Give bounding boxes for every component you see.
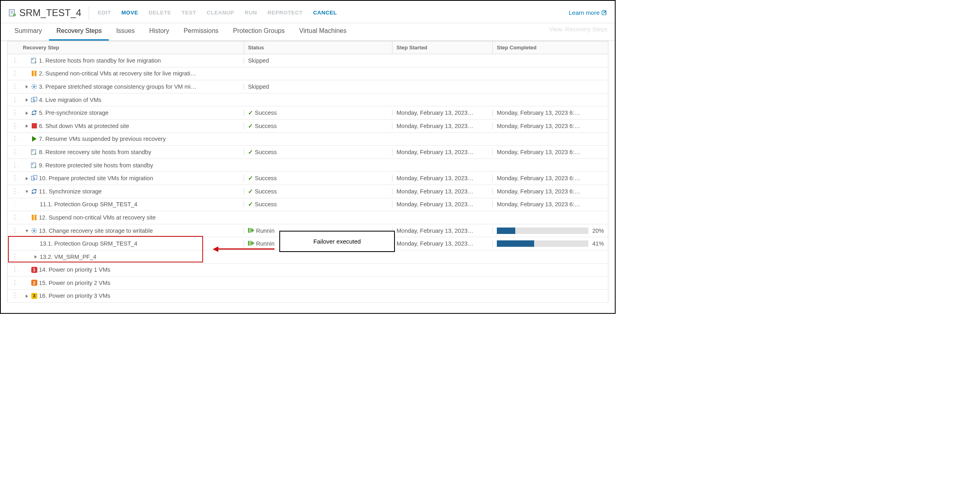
table-row[interactable]: ⋮7. Resume VMs suspended by previous rec… [8, 133, 608, 146]
col-step-started[interactable]: Step Started [392, 41, 492, 54]
completed-cell: 20% [492, 228, 608, 234]
table-row[interactable]: ⋮11.1. Protection Group SRM_TEST_4✓Succe… [8, 198, 608, 211]
stop-icon [31, 123, 37, 129]
tab-virtual-machines[interactable]: Virtual Machines [292, 23, 354, 41]
table-row[interactable]: ⋮▶316. Power on priority 3 VMs [8, 290, 608, 303]
action-cancel[interactable]: CANCEL [313, 10, 337, 16]
step-label: 10. Prepare protected site VMs for migra… [39, 175, 153, 181]
chevron-right-icon[interactable]: ▶ [25, 293, 28, 299]
completed-cell: Monday, February 13, 2023 6:… [492, 149, 608, 155]
step-label: 5. Pre-synchronize storage [39, 110, 108, 116]
table-row[interactable]: ⋮9. Restore protected site hosts from st… [8, 159, 608, 172]
table-row[interactable]: ⋮▶5. Pre-synchronize storage✓SuccessMond… [8, 106, 608, 120]
sync-icon [31, 188, 37, 195]
completed-cell: Monday, February 13, 2023 6:… [492, 123, 608, 129]
col-status[interactable]: Status [244, 41, 392, 54]
drag-handle[interactable]: ⋮ [8, 280, 19, 286]
started-cell: Monday, February 13, 2023… [392, 201, 492, 207]
action-cleanup: CLEANUP [207, 10, 234, 16]
table-row[interactable]: ⋮2. Suspend non-critical VMs at recovery… [8, 67, 608, 81]
completed-cell: Monday, February 13, 2023 6:… [492, 110, 608, 116]
chevron-right-icon[interactable]: ▶ [25, 84, 28, 89]
drag-handle[interactable]: ⋮ [8, 175, 19, 181]
status-cell: ✓Success [244, 175, 392, 181]
completed-cell: Monday, February 13, 2023 6:… [492, 188, 608, 195]
table-row[interactable]: ⋮8. Restore recovery site hosts from sta… [8, 146, 608, 159]
status-cell: Skipped [244, 83, 392, 90]
step-label: 12. Suspend non-critical VMs at recovery… [39, 214, 156, 221]
chevron-right-icon[interactable]: ▶ [25, 123, 28, 128]
drag-handle[interactable]: ⋮ [8, 136, 19, 142]
step-label: 9. Restore protected site hosts from sta… [39, 162, 153, 169]
drag-handle[interactable]: ⋮ [8, 83, 19, 90]
drag-handle[interactable]: ⋮ [8, 228, 19, 234]
tab-history[interactable]: History [142, 23, 177, 41]
tab-permissions[interactable]: Permissions [176, 23, 226, 41]
drag-handle[interactable]: ⋮ [8, 188, 19, 195]
completed-cell: Monday, February 13, 2023 6:… [492, 175, 608, 181]
tab-issues[interactable]: Issues [109, 23, 142, 41]
tab-recovery-steps[interactable]: Recovery Steps [49, 23, 109, 41]
completed-cell: 41% [492, 240, 608, 247]
priority-1-icon: 1 [31, 266, 37, 273]
svg-point-13 [33, 230, 35, 232]
annotation-highlight-box [8, 236, 203, 262]
gear-icon [31, 83, 37, 90]
table-row[interactable]: ⋮▶6. Shut down VMs at protected site✓Suc… [8, 120, 608, 133]
chevron-right-icon[interactable]: ▶ [25, 110, 28, 116]
table-header: Recovery Step Status Step Started Step C… [8, 41, 608, 54]
svg-point-4 [33, 86, 35, 87]
host-icon [31, 162, 37, 169]
col-step-completed[interactable]: Step Completed [492, 41, 608, 54]
step-label: 11. Synchronize storage [39, 188, 102, 195]
action-test: TEST [182, 10, 197, 16]
gear-icon [31, 228, 37, 234]
drag-handle[interactable]: ⋮ [8, 97, 19, 103]
recovery-steps-table: Recovery Step Status Step Started Step C… [7, 41, 608, 303]
progress-bar [497, 228, 588, 234]
drag-handle[interactable]: ⋮ [8, 214, 19, 221]
table-row[interactable]: ⋮1. Restore hosts from standby for live … [8, 54, 608, 67]
col-recovery-step[interactable]: Recovery Step [19, 41, 244, 54]
chevron-right-icon[interactable]: ▶ [25, 97, 28, 102]
drag-handle[interactable]: ⋮ [8, 293, 19, 299]
table-row[interactable]: ⋮▶4. Live migration of VMs [8, 93, 608, 107]
annotation-callout: Failover executed [279, 231, 395, 252]
chevron-down-icon[interactable]: ▼ [24, 228, 29, 233]
table-row[interactable]: ⋮215. Power on priority 2 VMs [8, 276, 608, 290]
table-row[interactable]: ⋮12. Suspend non-critical VMs at recover… [8, 211, 608, 224]
table-row[interactable]: ⋮▶3. Prepare stretched storage consisten… [8, 80, 608, 93]
pause-icon [31, 214, 37, 221]
started-cell: Monday, February 13, 2023… [392, 240, 492, 247]
action-delete: DELETE [148, 10, 171, 16]
drag-handle[interactable]: ⋮ [8, 123, 19, 129]
title-bar: SRM_TEST_4 EDITMOVEDELETETESTCLEANUPRUNR… [1, 1, 615, 23]
step-label: 11.1. Protection Group SRM_TEST_4 [40, 201, 137, 207]
step-label: 8. Restore recovery site hosts from stan… [39, 149, 151, 155]
annotation-arrow-head [213, 246, 218, 252]
svg-rect-8 [32, 150, 33, 151]
tab-protection-groups[interactable]: Protection Groups [226, 23, 292, 41]
chevron-down-icon[interactable]: ▼ [24, 189, 29, 194]
table-row[interactable]: ⋮▼11. Synchronize storage✓SuccessMonday,… [8, 185, 608, 198]
table-row[interactable]: ⋮▶10. Prepare protected site VMs for mig… [8, 172, 608, 185]
learn-more-link[interactable]: Learn more [569, 9, 607, 16]
drag-handle[interactable]: ⋮ [8, 266, 19, 273]
drag-handle[interactable]: ⋮ [8, 149, 19, 155]
progress-bar [497, 240, 588, 247]
view-hint: View: Recovery Steps [549, 26, 608, 33]
drag-handle[interactable]: ⋮ [8, 201, 19, 207]
drag-handle[interactable]: ⋮ [8, 162, 19, 169]
table-row[interactable]: ⋮114. Power on priority 1 VMs [8, 264, 608, 277]
tab-summary[interactable]: Summary [7, 23, 49, 41]
drag-handle[interactable]: ⋮ [8, 57, 19, 64]
step-label: 1. Restore hosts from standby for live m… [39, 57, 161, 64]
drag-handle[interactable]: ⋮ [8, 110, 19, 116]
step-label: 4. Live migration of VMs [39, 97, 102, 103]
drag-handle[interactable]: ⋮ [8, 70, 19, 77]
progress-percent: 20% [592, 228, 604, 234]
migrate-icon [31, 175, 37, 181]
step-label: 16. Power on priority 3 VMs [39, 293, 110, 299]
chevron-right-icon[interactable]: ▶ [25, 176, 28, 181]
action-move[interactable]: MOVE [121, 10, 138, 16]
